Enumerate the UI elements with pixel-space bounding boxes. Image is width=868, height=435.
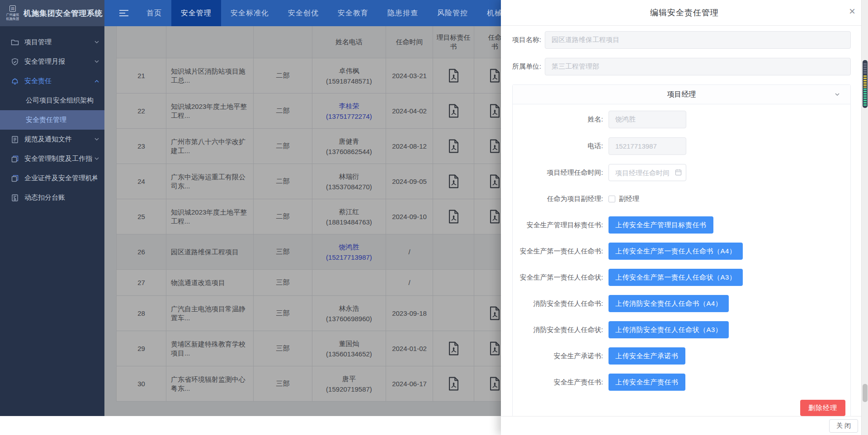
sidebar: 回 广州建筑 机施集团 机施集团安全管理系统 项目管理 安全管理月报 安全责任 …: [0, 0, 104, 416]
header-project: [166, 26, 254, 58]
pdf-file-icon[interactable]: [448, 210, 460, 224]
upload-button[interactable]: 上传安全生产第一责任人任命书（A4）: [609, 243, 743, 260]
close-icon[interactable]: ×: [849, 6, 855, 17]
upload-button[interactable]: 上传安全生产责任书: [609, 374, 685, 391]
table-row[interactable]: 26 园区道路维保工程项目 三部 饶鸿胜(15217713987) /: [117, 234, 516, 270]
cell-name-phone[interactable]: 唐健青(13760862544): [312, 129, 386, 164]
nav-item[interactable]: 风险管控: [428, 0, 477, 26]
sidebar-subitem[interactable]: 公司项目安全组织架构: [0, 91, 104, 110]
appoint-time-label: 项目经理任命时间:: [513, 168, 603, 177]
header-index: [117, 26, 166, 58]
upload-row: 消防安全责任人任命书: 上传消防安全责任人任命书（A4）: [513, 295, 850, 312]
project-name-field: [545, 31, 851, 49]
pdf-file-icon[interactable]: [489, 341, 501, 355]
table-row[interactable]: 24 广东中远海运重工有限公司东... 二部 林瑞衍(13537084270) …: [117, 164, 516, 199]
cell-name-phone[interactable]: 唐平(15920719587): [312, 366, 386, 402]
nav-item[interactable]: 安全教育: [328, 0, 378, 26]
cell-target-cert: [433, 234, 474, 270]
pdf-file-icon[interactable]: [489, 210, 501, 224]
cell-project: 知识城2023年度土地平整工程...: [166, 94, 254, 129]
upload-row: 安全生产管理目标责任书: 上传安全生产管理目标责任书: [513, 216, 850, 234]
pdf-file-icon[interactable]: [448, 139, 460, 153]
cell-name-phone[interactable]: 林永浩(13760698960): [312, 296, 386, 331]
sidebar-item[interactable]: 规范及通知文件: [0, 130, 104, 149]
upload-row: 安全生产责任书: 上传安全生产责任书: [513, 374, 850, 391]
nav-item[interactable]: 安全管理: [171, 0, 221, 26]
unit-label: 所属单位:: [512, 62, 541, 71]
cell-name-phone[interactable]: 董国灿(13560134652): [312, 331, 386, 366]
upload-row: 安全生产第一责任人任命书: 上传安全生产第一责任人任命书（A4）: [513, 243, 850, 260]
table-row[interactable]: 27 物流通道改造项目 三部 /: [117, 270, 516, 296]
cell-name-phone[interactable]: 饶鸿胜(15217713987): [312, 234, 386, 270]
deputy-checkbox-label: 副经理: [619, 195, 639, 203]
close-button[interactable]: 关 闭: [829, 419, 858, 433]
sidebar-item[interactable]: 安全管理制度及工作指引: [0, 149, 104, 168]
pdf-file-icon[interactable]: [448, 69, 460, 83]
pdf-file-icon[interactable]: [489, 377, 501, 391]
deputy-checkbox[interactable]: [609, 196, 615, 202]
table-row[interactable]: 21 知识城片区消防站项目施工总... 二部 卓伟枫(15918748571) …: [117, 58, 516, 94]
cell-project: 广东中远海运重工有限公司东...: [166, 164, 254, 199]
cell-name-phone[interactable]: 卓伟枫(15918748571): [312, 58, 386, 94]
deputy-label: 任命为项目副经理:: [513, 195, 603, 203]
cell-name-phone[interactable]: [312, 270, 386, 296]
cell-name-phone[interactable]: 林瑞衍(13537084270): [312, 164, 386, 199]
chevron-down-icon: [834, 91, 840, 98]
project-manager-panel: 项目经理 姓名: 电话: 项目经理任命时间:: [512, 84, 851, 423]
appoint-time-input[interactable]: [609, 164, 686, 181]
upload-label: 安全生产承诺书:: [513, 352, 603, 360]
scrollbar-marker-thumb[interactable]: [863, 60, 868, 108]
table-row[interactable]: 30 广东省环境辐射监测中心粤东... 三部 唐平(15920719587) 2…: [117, 366, 516, 402]
panel-body: 姓名: 电话: 项目经理任命时间:: [513, 104, 850, 422]
cell-index: 30: [117, 366, 166, 402]
pdf-file-icon[interactable]: [489, 174, 501, 188]
sidebar-item[interactable]: 动态扣分台账: [0, 188, 104, 207]
collapse-menu-icon[interactable]: [119, 9, 129, 17]
delete-manager-button[interactable]: 删除经理: [800, 400, 845, 416]
pdf-file-icon[interactable]: [448, 377, 460, 391]
pdf-file-icon[interactable]: [489, 104, 501, 118]
nav-item[interactable]: 安全标准化: [221, 0, 278, 26]
cell-appoint-date: 2024-09-05: [386, 164, 433, 199]
cell-project: 园区道路维保工程项目: [166, 234, 254, 270]
page-scrollbar[interactable]: [861, 0, 868, 435]
table-row[interactable]: 29 黄埔区新建特殊教育学校项目... 三部 董国灿(13560134652) …: [117, 331, 516, 366]
pdf-file-icon[interactable]: [448, 104, 460, 118]
pdf-file-icon[interactable]: [448, 174, 460, 188]
nav-item[interactable]: 隐患排查: [378, 0, 428, 26]
drawer-header: 编辑安全责任管理 ×: [501, 0, 868, 26]
table-row[interactable]: 28 广汽自主电池项目常温静置车... 三部 林永浩(13760698960) …: [117, 296, 516, 331]
upload-button[interactable]: 上传消防安全责任人任命书（A4）: [609, 295, 729, 312]
sidebar-item[interactable]: 安全责任: [0, 71, 104, 91]
upload-row: 消防安全责任人任命状: 上传消防安全责任人任命状（A3）: [513, 321, 850, 338]
panel-header[interactable]: 项目经理: [513, 85, 850, 104]
upload-label: 安全生产第一责任人任命状:: [513, 273, 603, 282]
manager-name-label: 姓名:: [513, 115, 603, 124]
cell-target-cert: [433, 199, 474, 234]
upload-label: 安全生产责任书:: [513, 378, 603, 387]
cell-department: 三部: [254, 270, 312, 296]
pdf-file-icon[interactable]: [489, 69, 501, 83]
sidebar-subitem[interactable]: 安全责任管理: [0, 110, 104, 130]
drawer-title: 编辑安全责任管理: [650, 7, 719, 18]
table-row[interactable]: 22 知识城2023年度土地平整工程... 二部 李桂荣(13751772274…: [117, 94, 516, 129]
table-row[interactable]: 23 广州市第八十六中学改扩建工... 二部 唐健青(13760862544) …: [117, 129, 516, 164]
cell-name-phone[interactable]: 李桂荣(13751772274): [312, 94, 386, 129]
sidebar-item[interactable]: 安全管理月报: [0, 52, 104, 71]
table-row[interactable]: 25 知识城2023年度土地平整工程... 二部 蔡江红(18819484763…: [117, 199, 516, 234]
pdf-file-icon[interactable]: [448, 341, 460, 355]
cell-name-phone[interactable]: 蔡江红(18819484763): [312, 199, 386, 234]
nav-item[interactable]: 安全创优: [278, 0, 328, 26]
pdf-file-icon[interactable]: [489, 139, 501, 153]
upload-button[interactable]: 上传安全生产第一责任人任命状（A3）: [609, 269, 743, 286]
cell-appoint-date: 2024-09-10: [386, 199, 433, 234]
pdf-file-icon[interactable]: [489, 306, 501, 320]
cell-appoint-date: 2024-06-17: [386, 366, 433, 402]
scrollbar-thumb[interactable]: [863, 384, 868, 402]
sidebar-item[interactable]: 企业证件及安全管理机构: [0, 168, 104, 188]
upload-button[interactable]: 上传消防安全责任人任命状（A3）: [609, 321, 729, 338]
sidebar-item[interactable]: 项目管理: [0, 33, 104, 52]
upload-button[interactable]: 上传安全生产承诺书: [609, 347, 685, 365]
upload-button[interactable]: 上传安全生产管理目标责任书: [609, 216, 713, 234]
nav-item[interactable]: 首页: [137, 0, 171, 26]
